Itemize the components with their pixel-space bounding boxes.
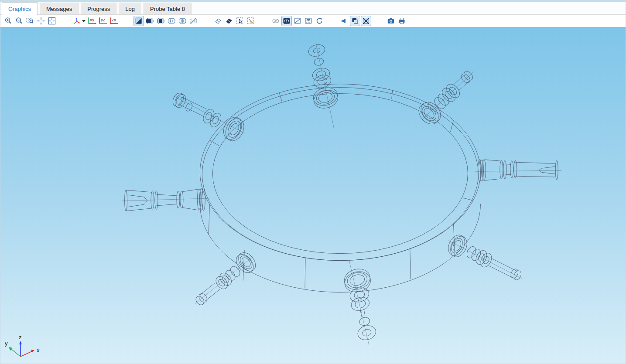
- toolbar-group-hide-select: [213, 16, 257, 26]
- view-hidden-transparent-button[interactable]: [303, 16, 314, 26]
- cylinder-edges-button[interactable]: [177, 16, 188, 26]
- toolbar-group-scene: [339, 16, 372, 26]
- port-top: [307, 43, 340, 129]
- cylinder-outline-button[interactable]: [166, 16, 177, 26]
- clear-selection-button[interactable]: [246, 16, 256, 26]
- yz-view-icon: yz: [97, 16, 109, 26]
- coordinate-triad: z y x: [3, 332, 43, 361]
- toolbar-group-rendering: [133, 16, 199, 26]
- y-axis-label: y: [5, 340, 8, 347]
- speaker-icon: [340, 17, 348, 25]
- cylinder-shaded-button[interactable]: [155, 16, 166, 26]
- zoom-in-icon: [4, 17, 12, 25]
- select-box-icon: [236, 17, 244, 25]
- toolbar-group-visibility: [270, 16, 325, 26]
- zoom-in-button[interactable]: [3, 16, 14, 26]
- go-to-zx-view-button[interactable]: zx: [109, 16, 119, 26]
- wireframe-rendering-button[interactable]: [133, 16, 144, 26]
- hide-eye-icon: [272, 17, 280, 25]
- toolbar-group-zoom: [3, 16, 58, 26]
- cylinder-disabled-icon: [189, 17, 198, 25]
- hide-objects-icon: [225, 17, 233, 25]
- wireframe-rendering-icon: [135, 17, 143, 25]
- xy-view-icon: xy: [86, 16, 98, 26]
- camera-icon: [387, 17, 395, 25]
- view-unhidden-button[interactable]: [281, 16, 292, 26]
- x-axis-label: x: [37, 347, 40, 354]
- printer-icon: [398, 17, 406, 25]
- zoom-extents-button[interactable]: [36, 16, 46, 26]
- sound-button[interactable]: [339, 16, 349, 26]
- port-lower-left: [194, 249, 259, 306]
- graphics-toolbar: xy yz zx: [0, 15, 626, 27]
- z-axis-arrow-icon: [19, 341, 22, 344]
- cylinder-shaded-icon: [157, 17, 165, 25]
- perspective-projection-icon: [362, 17, 370, 25]
- zoom-out-icon: [15, 17, 23, 25]
- tab-graphics[interactable]: Graphics: [2, 2, 38, 15]
- zoom-box-button[interactable]: [25, 16, 35, 26]
- hide-objects-button[interactable]: [224, 16, 234, 26]
- orthographic-projection-icon: [351, 17, 359, 25]
- tab-log[interactable]: Log: [119, 3, 141, 14]
- y-axis-arrow-icon: [9, 347, 12, 351]
- cylinder-disabled-button[interactable]: [188, 16, 198, 26]
- go-to-xy-view-button[interactable]: xy: [87, 16, 97, 26]
- view-hidden-icon: [294, 17, 301, 25]
- graphics-window: { "tabs": { "items": [ {"label":"Graphic…: [0, 0, 626, 364]
- reset-hiding-icon: [315, 17, 323, 25]
- cylinder-solid-button[interactable]: [144, 16, 155, 26]
- xy-view-label: xy: [90, 17, 94, 22]
- hide-eye-button[interactable]: [270, 16, 281, 26]
- zx-view-label: zx: [112, 17, 116, 22]
- cylinder-edges-icon: [178, 17, 187, 25]
- zx-view-icon: zx: [108, 16, 120, 26]
- port-left: [122, 188, 210, 211]
- tab-progress[interactable]: Progress: [81, 3, 116, 14]
- graphics-canvas[interactable]: z y x: [0, 27, 626, 364]
- tab-probe-table-8[interactable]: Probe Table 8: [144, 3, 192, 14]
- go-to-default-view-button[interactable]: [72, 16, 86, 26]
- zoom-to-selection-button[interactable]: [47, 16, 57, 26]
- port-upper-left: [171, 91, 248, 143]
- view-hidden-button[interactable]: [292, 16, 303, 26]
- zoom-box-icon: [26, 17, 34, 25]
- cylinder-outline-icon: [168, 17, 176, 25]
- reset-hiding-button[interactable]: [314, 16, 325, 26]
- zoom-to-selection-icon: [48, 17, 56, 25]
- image-snapshot-button[interactable]: [386, 16, 396, 26]
- go-to-yz-view-button[interactable]: yz: [98, 16, 108, 26]
- clear-selection-icon: [247, 17, 255, 25]
- cylinder-solid-icon: [146, 17, 154, 25]
- zoom-out-button[interactable]: [14, 16, 24, 26]
- toolbar-group-view: xy yz zx: [72, 16, 120, 26]
- z-axis-label: z: [19, 334, 22, 340]
- orthographic-projection-button[interactable]: [350, 16, 360, 26]
- print-button[interactable]: [397, 16, 407, 26]
- port-right: [475, 159, 561, 182]
- view-unhidden-icon: [283, 17, 291, 25]
- tab-bar: Graphics Messages Progress Log Probe Tab…: [0, 2, 626, 15]
- toolbar-group-capture: [386, 16, 407, 26]
- view-dropdown-caret-icon: [82, 20, 86, 22]
- click-and-hide-button[interactable]: [213, 16, 223, 26]
- port-upper-right: [415, 69, 474, 128]
- view-hidden-transparent-icon: [304, 17, 312, 25]
- port-bottom: [342, 260, 377, 345]
- yz-view-label: yz: [101, 17, 105, 22]
- wireframe-model: [0, 27, 626, 364]
- click-and-hide-icon: [214, 17, 222, 25]
- zoom-extents-icon: [37, 17, 45, 25]
- select-box-button[interactable]: [235, 16, 245, 26]
- perspective-projection-button[interactable]: [361, 16, 371, 26]
- default-view-axes-icon: [73, 17, 81, 25]
- port-lower-right: [445, 232, 523, 281]
- tab-messages[interactable]: Messages: [40, 3, 79, 14]
